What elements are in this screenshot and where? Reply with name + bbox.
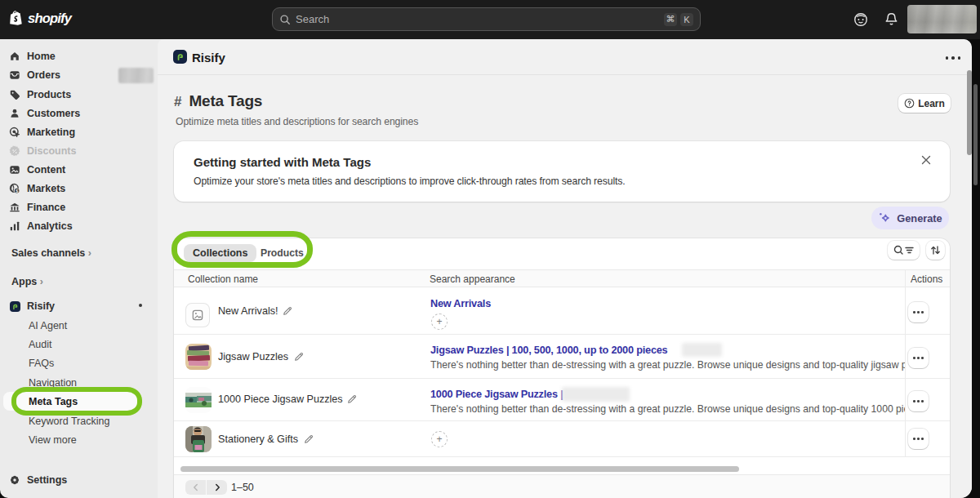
svg-text:$: $ xyxy=(16,189,18,193)
